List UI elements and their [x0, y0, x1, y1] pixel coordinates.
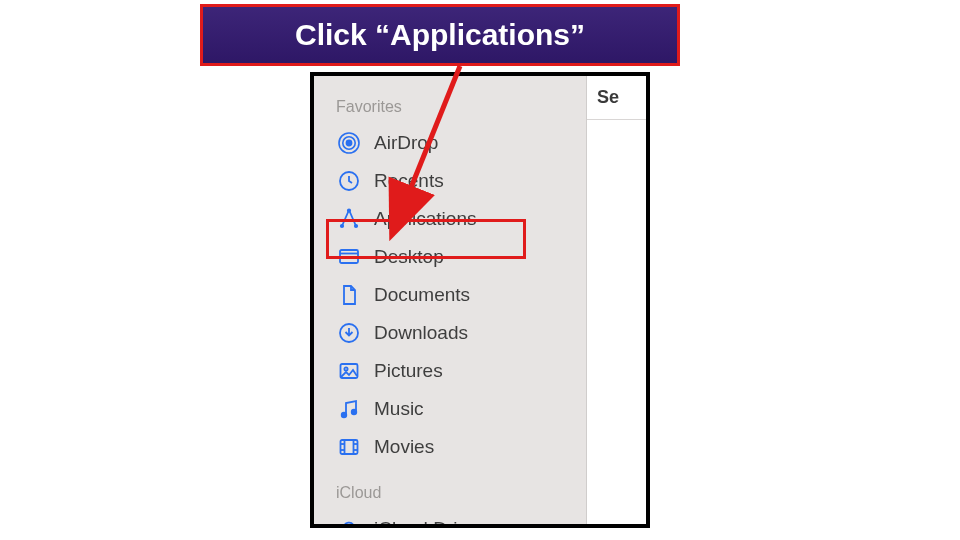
finder-window-frame: Favorites AirDrop Recents [310, 72, 650, 528]
clock-icon [336, 168, 362, 194]
svg-point-11 [344, 367, 347, 370]
sidebar-item-label: Pictures [374, 360, 443, 382]
download-icon [336, 320, 362, 346]
svg-point-13 [352, 410, 357, 415]
sidebar-item-label: AirDrop [374, 132, 438, 154]
icloud-section-label: iCloud [314, 466, 586, 510]
favorites-section-label: Favorites [314, 94, 586, 124]
sidebar-item-movies[interactable]: Movies [314, 428, 586, 466]
sidebar-item-airdrop[interactable]: AirDrop [314, 124, 586, 162]
svg-point-5 [341, 225, 343, 227]
sidebar-item-label: Music [374, 398, 424, 420]
svg-point-12 [342, 413, 347, 418]
svg-rect-14 [341, 440, 358, 454]
pictures-icon [336, 358, 362, 384]
sidebar-item-label: iCloud Drive [374, 518, 477, 528]
sidebar-item-icloud-drive[interactable]: iCloud Drive [314, 510, 586, 528]
sidebar-item-documents[interactable]: Documents [314, 276, 586, 314]
sidebar-item-label: Applications [374, 208, 476, 230]
svg-point-4 [348, 209, 350, 211]
applications-icon [336, 206, 362, 232]
column-header-text: Se [597, 87, 619, 108]
sidebar-item-label: Documents [374, 284, 470, 306]
content-column: Se [586, 76, 650, 524]
desktop-icon [336, 244, 362, 270]
sidebar-item-applications[interactable]: Applications [314, 200, 586, 238]
cloud-icon [336, 516, 362, 528]
callout-text: Click “Applications” [295, 18, 585, 52]
airdrop-icon [336, 130, 362, 156]
instruction-callout: Click “Applications” [200, 4, 680, 66]
document-icon [336, 282, 362, 308]
music-icon [336, 396, 362, 422]
finder-sidebar: Favorites AirDrop Recents [314, 76, 586, 524]
sidebar-item-pictures[interactable]: Pictures [314, 352, 586, 390]
sidebar-item-label: Recents [374, 170, 444, 192]
column-header[interactable]: Se [587, 76, 650, 120]
sidebar-item-music[interactable]: Music [314, 390, 586, 428]
movies-icon [336, 434, 362, 460]
svg-rect-7 [340, 250, 358, 263]
sidebar-item-label: Movies [374, 436, 434, 458]
svg-point-6 [355, 225, 357, 227]
sidebar-item-desktop[interactable]: Desktop [314, 238, 586, 276]
sidebar-item-label: Downloads [374, 322, 468, 344]
svg-point-2 [346, 140, 351, 145]
sidebar-item-label: Desktop [374, 246, 444, 268]
sidebar-item-downloads[interactable]: Downloads [314, 314, 586, 352]
sidebar-item-recents[interactable]: Recents [314, 162, 586, 200]
